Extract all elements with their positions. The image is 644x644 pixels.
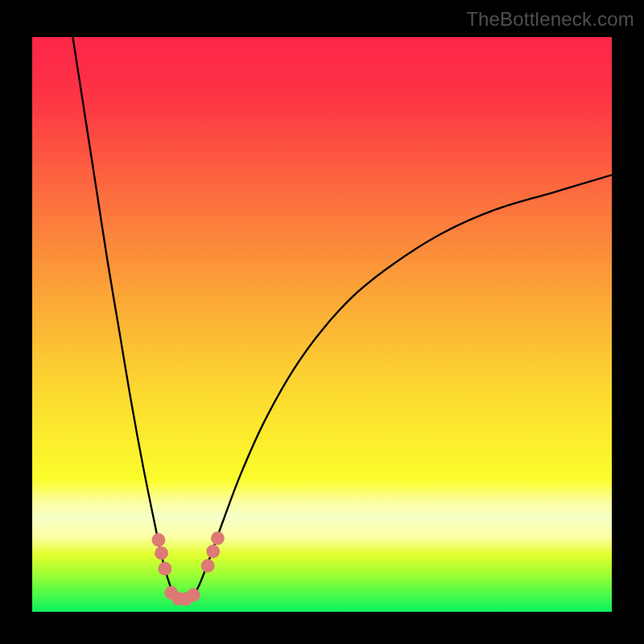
watermark-text: TheBottleneck.com <box>466 8 634 31</box>
curve-marker <box>211 531 225 545</box>
curve-layer <box>32 37 612 612</box>
chart-frame: TheBottleneck.com <box>0 0 644 644</box>
curve-marker <box>206 545 220 559</box>
curve-marker <box>152 533 166 547</box>
curve-marker <box>155 547 168 560</box>
curve-marker <box>158 562 171 576</box>
curve-marker <box>201 559 215 572</box>
bottleneck-curve <box>72 37 612 601</box>
plot-area <box>32 37 612 612</box>
curve-marker <box>187 588 200 602</box>
curve-markers <box>152 531 225 606</box>
